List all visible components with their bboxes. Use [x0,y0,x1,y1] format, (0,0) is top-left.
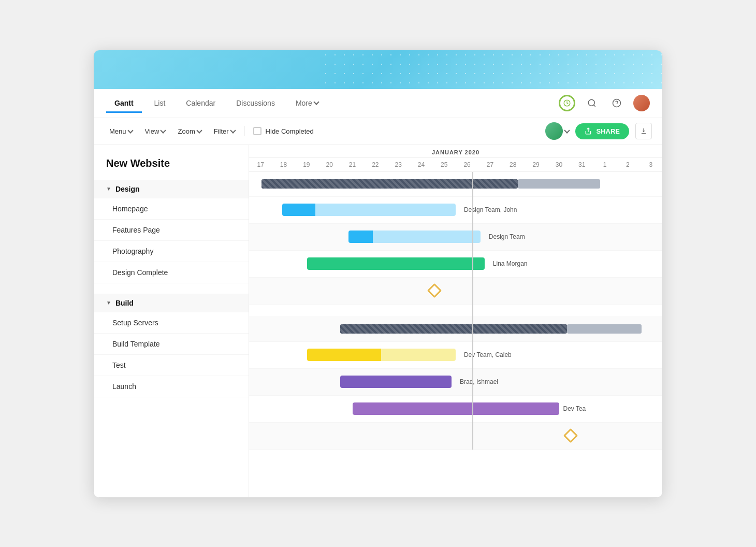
photography-bar-label: Lina Morgan [493,260,528,267]
gantt-month-header: JANUARY 2020 [249,145,662,158]
features-bar-done [348,231,373,243]
design-section-bar [261,179,518,189]
build-section-bar [340,324,568,334]
toolbar-separator [244,126,245,136]
task-launch[interactable]: Launch [94,376,249,397]
tab-discussions[interactable]: Discussions [228,95,283,113]
svg-point-1 [588,99,594,106]
gantt-date-28: 28 [502,161,525,168]
nav-right-icons [559,95,650,111]
gantt-row-test: Dev Tea [249,396,662,423]
tab-gantt[interactable]: Gantt [106,95,142,113]
clock-icon[interactable] [559,95,575,111]
gantt-row-design-section [249,172,662,197]
gantt-row-photography: Lina Morgan [249,251,662,278]
view-button[interactable]: View [140,124,171,138]
share-icon [585,127,592,135]
gantt-date-17: 17 [249,161,272,168]
menu-button[interactable]: Menu [104,124,138,138]
gantt-body: Design Team, John Design Team Lina Morga… [249,172,662,450]
view-chevron-icon [161,127,166,133]
homepage-bar-done [282,204,315,216]
design-section-bar-right [518,179,601,189]
gantt-date-31: 31 [571,161,593,168]
filter-chevron-icon [230,127,236,133]
task-build-template[interactable]: Build Template [94,334,249,355]
gantt-row-features: Design Team [249,224,662,251]
launch-diamond [563,428,578,443]
gantt-date-30: 30 [547,161,570,168]
task-test[interactable]: Test [94,355,249,376]
section-build[interactable]: ▼ Build [94,294,249,312]
share-button[interactable]: SHARE [575,123,629,139]
build-template-bar-label: Brad, Ishmael [460,378,498,385]
top-nav: Gantt List Calendar Discussions More [94,89,662,118]
gantt-date-21: 21 [341,161,364,168]
search-icon[interactable] [584,95,600,111]
build-template-bar [340,376,452,388]
task-homepage[interactable]: Homepage [94,198,249,220]
project-title: New Website [94,153,249,180]
hide-completed-checkbox[interactable] [253,127,261,135]
gantt-row-build-section [249,317,662,342]
gantt-date-24: 24 [410,161,432,168]
toolbar: Menu View Zoom Filter Hide Completed [94,118,662,145]
export-button[interactable] [635,123,652,139]
test-bar-label: Dev Tea [563,405,586,412]
setup-servers-bar-label: Dev Team, Caleb [464,351,512,358]
help-icon[interactable] [608,95,625,111]
homepage-bar-todo [315,204,456,216]
features-bar-label: Design Team [489,233,525,240]
setup-servers-bar-todo [381,349,456,361]
task-photography[interactable]: Photography [94,241,249,262]
gantt-date-25: 25 [433,161,456,168]
gantt-date-27: 27 [478,161,501,168]
section-design[interactable]: ▼ Design [94,180,249,198]
gantt-date-19: 19 [295,161,318,168]
task-features-page[interactable]: Features Page [94,220,249,241]
gantt-row-gap [249,305,662,317]
gantt-date-29: 29 [525,161,547,168]
nav-tabs: Gantt List Calendar Discussions More [106,94,327,112]
gantt-date-18: 18 [272,161,295,168]
features-bar-todo [373,231,480,243]
svg-line-2 [593,105,595,106]
tab-more[interactable]: More [287,95,327,113]
tab-list[interactable]: List [146,95,174,113]
gantt-date-3: 3 [639,161,662,168]
zoom-chevron-icon [196,127,202,133]
gantt-row-build-template: Brad, Ishmael [249,369,662,396]
gantt-row-launch [249,423,662,450]
gantt-date-23: 23 [387,161,410,168]
build-section-bar-right [567,324,642,334]
build-arrow-icon: ▼ [106,300,111,306]
chevron-down-icon [313,99,319,105]
filter-button[interactable]: Filter [209,124,240,138]
task-design-complete[interactable]: Design Complete [94,262,249,283]
gantt-date-20: 20 [318,161,341,168]
zoom-button[interactable]: Zoom [172,124,206,138]
user-avatar-toolbar[interactable] [545,122,569,140]
gantt-row-setup-servers: Dev Team, Caleb [249,342,662,369]
menu-chevron-icon [127,127,133,133]
main-content: New Website ▼ Design Homepage Features P… [94,145,662,497]
gantt-area: JANUARY 2020 171819202122232425262728293… [249,145,662,497]
gantt-date-22: 22 [364,161,387,168]
user-chevron-icon [564,127,570,133]
test-bar [353,402,559,415]
user-avatar-nav[interactable] [633,95,650,111]
gantt-row-homepage: Design Team, John [249,197,662,224]
app-frame: Gantt List Calendar Discussions More [93,50,663,498]
design-complete-diamond [427,283,442,298]
today-line [472,172,473,450]
gantt-date-row: 171819202122232425262728293031123 [249,158,662,172]
photography-bar [307,257,485,270]
section-gap [94,283,249,294]
toolbar-right: SHARE [545,122,652,140]
task-setup-servers[interactable]: Setup Servers [94,312,249,334]
hide-completed-label[interactable]: Hide Completed [253,127,314,135]
gantt-row-design-complete [249,278,662,305]
gantt-date-2: 2 [616,161,639,168]
tab-calendar[interactable]: Calendar [178,95,224,113]
gantt-date-26: 26 [456,161,478,168]
